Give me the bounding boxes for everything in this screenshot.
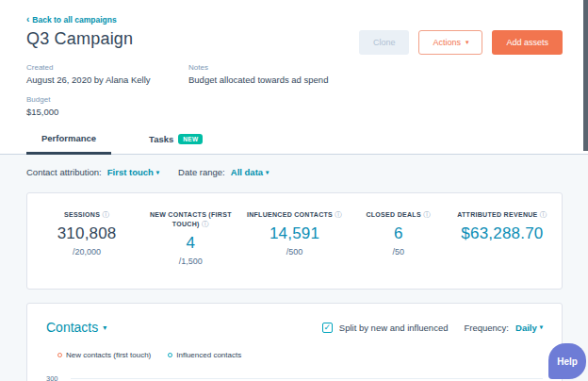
created-label: Created	[26, 63, 188, 72]
tab-bar: Performance Tasks NEW	[0, 117, 588, 155]
back-link-label: Back to all campaigns	[32, 15, 116, 25]
info-icon[interactable]: ⓘ	[423, 210, 431, 219]
stat-new-contacts-label: NEW CONTACTS (FIRST TOUCH)	[150, 211, 232, 227]
header-actions: Clone Actions ▾ Add assets	[359, 30, 563, 55]
legend-influenced-contacts-label: Influenced contacts	[176, 351, 241, 359]
info-icon[interactable]: ⓘ	[335, 210, 342, 219]
legend-influenced-contacts: Influenced contacts	[168, 351, 241, 359]
date-range-dropdown[interactable]: All data ▾	[231, 167, 270, 177]
tab-tasks[interactable]: Tasks NEW	[134, 131, 218, 154]
created-field: Created August 26, 2020 by Alana Kelly	[26, 63, 188, 85]
frequency-label: Frequency:	[464, 323, 509, 333]
stat-sessions-goal: /20,000	[35, 247, 139, 257]
y-axis-tick-label: 300	[46, 374, 61, 381]
created-value: August 26, 2020 by Alana Kelly	[26, 75, 188, 85]
contacts-chart-card: Contacts ▾ ✓ Split by new and influenced…	[26, 303, 563, 381]
info-icon[interactable]: ⓘ	[202, 220, 209, 228]
performance-panel: Contact attribution: First touch ▾ Date …	[0, 155, 588, 381]
stat-closed-deals-goal: /50	[347, 247, 450, 257]
stat-attributed-revenue-label: ATTRIBUTED REVENUE	[457, 211, 537, 218]
stat-new-contacts: NEW CONTACTS (FIRST TOUCH) ⓘ 4 /1,500	[139, 210, 242, 266]
caret-down-icon: ▾	[266, 169, 269, 176]
caret-down-icon: ▾	[103, 323, 106, 332]
contacts-metric-dropdown[interactable]: Contacts ▾	[46, 320, 106, 335]
stat-new-contacts-value: 4	[139, 234, 242, 253]
legend-new-contacts: New contacts (first touch)	[57, 351, 151, 359]
frequency-dropdown[interactable]: Daily ▾	[515, 323, 543, 333]
date-range-value: All data	[231, 167, 263, 177]
caret-down-icon: ▾	[540, 323, 543, 331]
help-button[interactable]: Help	[548, 343, 586, 379]
legend-new-contacts-label: New contacts (first touch)	[66, 351, 151, 359]
add-assets-button[interactable]: Add assets	[492, 30, 563, 55]
tab-performance[interactable]: Performance	[26, 131, 111, 155]
stat-closed-deals: CLOSED DEALS ⓘ 6 /50	[347, 210, 450, 266]
contact-attribution-dropdown[interactable]: First touch ▾	[107, 167, 159, 177]
stat-closed-deals-label: CLOSED DEALS	[366, 211, 420, 218]
chevron-left-icon: ‹	[26, 16, 29, 24]
stat-new-contacts-goal: /1,500	[139, 257, 242, 266]
tab-performance-label: Performance	[41, 133, 96, 143]
new-badge: NEW	[178, 134, 203, 144]
chart-plot-area: 300	[46, 374, 543, 381]
stat-influenced-contacts-label: INFLUENCED CONTACTS	[247, 211, 333, 218]
stat-sessions: SESSIONS ⓘ 310,808 /20,000	[35, 210, 139, 266]
notes-label: Notes	[188, 63, 563, 72]
page-title: Q3 Campaign	[26, 29, 133, 49]
chart-legend: New contacts (first touch) Influenced co…	[57, 351, 543, 359]
frequency-value: Daily	[515, 323, 537, 333]
stats-summary-card: SESSIONS ⓘ 310,808 /20,000 NEW CONTACTS …	[26, 192, 563, 290]
stat-attributed-revenue-value: $63,288.70	[450, 224, 554, 243]
page-header: ‹ Back to all campaigns Q3 Campaign Clon…	[0, 0, 588, 117]
stat-sessions-value: 310,808	[35, 224, 139, 243]
clone-button[interactable]: Clone	[359, 30, 410, 55]
info-icon[interactable]: ⓘ	[540, 210, 547, 219]
budget-label: Budget	[26, 95, 188, 104]
contact-attribution-value: First touch	[107, 167, 154, 177]
campaign-meta: Created August 26, 2020 by Alana Kelly N…	[26, 63, 563, 117]
contacts-title-label: Contacts	[46, 320, 98, 335]
stat-closed-deals-value: 6	[347, 224, 450, 243]
budget-value: $15,000	[26, 107, 188, 117]
legend-marker-icon	[168, 353, 172, 357]
split-checkbox[interactable]: ✓	[322, 323, 333, 333]
stat-attributed-revenue: ATTRIBUTED REVENUE ⓘ $63,288.70	[450, 210, 554, 266]
tab-tasks-label: Tasks	[149, 134, 173, 144]
legend-marker-icon	[57, 353, 62, 357]
chart-gridline	[71, 378, 543, 379]
actions-button[interactable]: Actions ▾	[418, 30, 482, 55]
notes-value: Budget allocated towards ad spend	[188, 75, 563, 85]
stat-influenced-contacts-goal: /500	[242, 247, 346, 257]
stat-influenced-contacts-value: 14,591	[242, 224, 346, 243]
info-icon[interactable]: ⓘ	[102, 210, 109, 219]
split-checkbox-label: Split by new and influenced	[339, 323, 449, 333]
caret-down-icon: ▾	[156, 169, 159, 176]
budget-field: Budget $15,000	[26, 95, 188, 117]
contact-attribution-label: Contact attribution:	[26, 167, 102, 177]
stat-influenced-contacts: INFLUENCED CONTACTS ⓘ 14,591 /500	[242, 210, 346, 266]
caret-down-icon: ▾	[466, 39, 469, 46]
notes-field: Notes Budget allocated towards ad spend	[188, 63, 563, 85]
stat-sessions-label: SESSIONS	[64, 211, 100, 218]
vertical-scrollbar[interactable]	[583, 0, 588, 151]
back-to-campaigns-link[interactable]: ‹ Back to all campaigns	[26, 15, 117, 25]
date-range-label: Date range:	[178, 167, 225, 177]
filter-row: Contact attribution: First touch ▾ Date …	[26, 167, 563, 177]
actions-button-label: Actions	[433, 38, 461, 47]
